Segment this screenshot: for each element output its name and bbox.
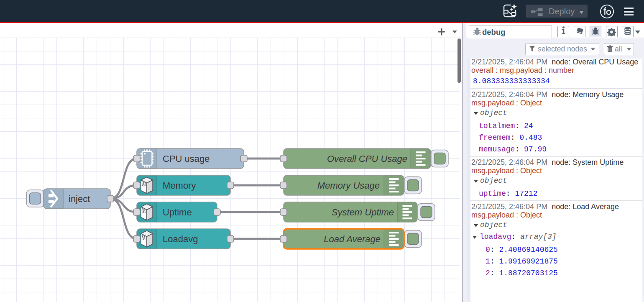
svg-text:Uptime: Uptime — [163, 207, 192, 218]
svg-text:Loadavg: Loadavg — [163, 234, 198, 244]
svg-text:System Uptime: System Uptime — [332, 207, 394, 218]
svg-text:CPU usage: CPU usage — [163, 154, 210, 164]
svg-text:inject: inject — [69, 194, 90, 204]
svg-text:Overall CPU Usage: Overall CPU Usage — [327, 154, 407, 164]
svg-text:Memory: Memory — [163, 180, 196, 191]
svg-text:Load Average: Load Average — [324, 234, 381, 244]
svg-text:Memory Usage: Memory Usage — [317, 180, 380, 191]
